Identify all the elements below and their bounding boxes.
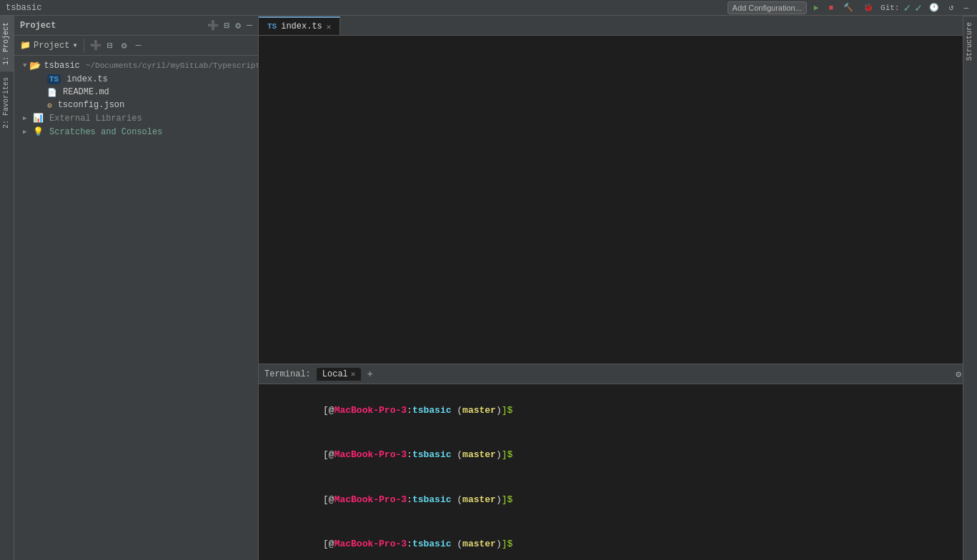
git-check-icon: ✓	[903, 1, 911, 15]
bottom-panel: Terminal: Local ✕ + ⚙ — [@MacBook-Pro-3:…	[259, 364, 977, 560]
toolbar-collapse-icon[interactable]: ⊟	[104, 40, 116, 51]
minimize-button[interactable]: —	[961, 4, 971, 12]
ts-file-icon: TS	[47, 74, 61, 84]
readme-label: README.md	[63, 87, 109, 97]
titlebar-right: Add Configuration... ▶ ■ 🔨 🐞 Git: ✓ ✓ 🕐 …	[728, 1, 971, 15]
tab-filename: index.ts	[281, 21, 322, 31]
add-configuration-button[interactable]: Add Configuration...	[728, 1, 807, 14]
tree-file-index-ts[interactable]: TS index.ts	[20, 73, 258, 86]
folder-icon: 📁	[20, 40, 31, 51]
project-dropdown-icon: ▾	[72, 40, 77, 51]
terminal-label: Terminal:	[264, 369, 311, 379]
terminal-add-tab-button[interactable]: +	[367, 369, 372, 380]
terminal-line-1: [@MacBook-Pro-3:tsbasic (master)]$	[267, 389, 968, 433]
tsconfig-label: tsconfig.json	[58, 100, 125, 110]
tree-root[interactable]: ▼ 📂 tsbasic ~/Documents/cyril/myGitLab/T…	[20, 59, 258, 73]
tab-ts-icon: TS	[267, 22, 277, 31]
panel-close-icon[interactable]: —	[247, 20, 252, 31]
index-ts-label: index.ts	[66, 74, 108, 84]
git-tick-icon: ✓	[915, 1, 922, 15]
panel-collapse-icon[interactable]: ⊟	[224, 20, 230, 31]
terminal-line-4: [@MacBook-Pro-3:tsbasic (master)]$	[267, 522, 968, 560]
history-button[interactable]: 🕐	[926, 3, 942, 12]
sidebar-item-favorites[interactable]: 2: Favorites	[0, 71, 14, 134]
md-file-icon: 📄	[47, 88, 57, 97]
tree-scratches-consoles[interactable]: ▶ 💡 Scratches and Consoles	[20, 125, 258, 139]
tab-index-ts[interactable]: TS index.ts ✕	[259, 16, 340, 35]
root-folder-path: ~/Documents/cyril/myGitLab/Typescript/..…	[86, 61, 258, 70]
tree-external-libraries[interactable]: ▶ 📊 External Libraries	[20, 111, 258, 125]
project-panel-header: Project ➕ ⊟ ⚙ —	[14, 16, 258, 36]
structure-tab[interactable]: Structure	[963, 16, 977, 66]
panel-title: Project	[20, 21, 56, 31]
toolbar-separator	[84, 39, 84, 53]
panel-settings-icon[interactable]: ⚙	[235, 20, 241, 31]
scratch-label: Scratches and Consoles	[49, 127, 162, 137]
terminal-line-3: [@MacBook-Pro-3:tsbasic (master)]$	[267, 478, 968, 522]
stop-button[interactable]: ■	[825, 4, 836, 12]
terminal-tab-name: Local	[322, 369, 348, 379]
app-name: tsbasic	[6, 3, 41, 13]
terminal-settings-icon[interactable]: ⚙	[956, 369, 961, 380]
editor-tabbar: TS index.ts ✕	[259, 16, 977, 36]
run-button[interactable]: ▶	[811, 3, 822, 12]
debug-button[interactable]: 🐞	[861, 3, 876, 12]
sidebar-item-project[interactable]: 1: Project	[0, 16, 14, 71]
ext-arrow-icon: ▶	[23, 114, 30, 122]
terminal-bar: Terminal: Local ✕ + ⚙ —	[259, 364, 977, 384]
ext-lib-label: External Libraries	[49, 114, 142, 124]
scratch-icon: 💡	[33, 126, 44, 137]
panel-header-icons: ➕ ⊟ ⚙ —	[207, 20, 252, 31]
ext-lib-icon: 📊	[33, 113, 44, 124]
tab-close-icon[interactable]: ✕	[327, 22, 332, 31]
titlebar-left: tsbasic	[6, 3, 41, 13]
terminal-line-2: [@MacBook-Pro-3:tsbasic (master)]$	[267, 433, 968, 477]
terminal-bar-left: Terminal: Local ✕ +	[264, 368, 373, 381]
project-label: Project	[34, 41, 69, 51]
git-label: Git:	[881, 4, 899, 12]
terminal-content: [@MacBook-Pro-3:tsbasic (master)]$ [@Mac…	[259, 384, 977, 560]
titlebar: tsbasic Add Configuration... ▶ ■ 🔨 🐞 Git…	[0, 0, 977, 16]
tree-file-readme[interactable]: 📄 README.md	[20, 86, 258, 99]
code-editor	[259, 36, 977, 364]
favorites-tab-label: 2: Favorites	[2, 77, 10, 129]
project-tab-label: 1: Project	[2, 22, 10, 65]
tree-file-tsconfig[interactable]: ⚙ tsconfig.json	[20, 99, 258, 111]
right-sidebar: Structure	[963, 16, 977, 560]
build-button[interactable]: 🔨	[840, 3, 856, 12]
terminal-tab-close-icon[interactable]: ✕	[351, 369, 356, 379]
toolbar-settings-icon[interactable]: ⚙	[119, 40, 130, 51]
toolbar-add-icon[interactable]: ➕	[90, 40, 101, 51]
scratch-arrow-icon: ▶	[23, 128, 30, 136]
root-arrow-icon: ▼	[23, 62, 26, 69]
panel-add-icon[interactable]: ➕	[207, 20, 219, 31]
terminal-tab-local[interactable]: Local ✕	[317, 368, 362, 381]
project-toolbar: 📁 Project ▾ ➕ ⊟ ⚙ —	[14, 36, 258, 56]
root-folder-name: tsbasic	[44, 61, 79, 71]
file-tree: ▼ 📂 tsbasic ~/Documents/cyril/myGitLab/T…	[14, 56, 258, 560]
project-selector[interactable]: 📁 Project ▾	[20, 40, 78, 51]
root-folder-icon: 📂	[29, 60, 41, 71]
toolbar-minimize-icon[interactable]: —	[133, 40, 144, 51]
json-file-icon: ⚙	[47, 101, 52, 110]
undo-button[interactable]: ↺	[946, 3, 957, 12]
